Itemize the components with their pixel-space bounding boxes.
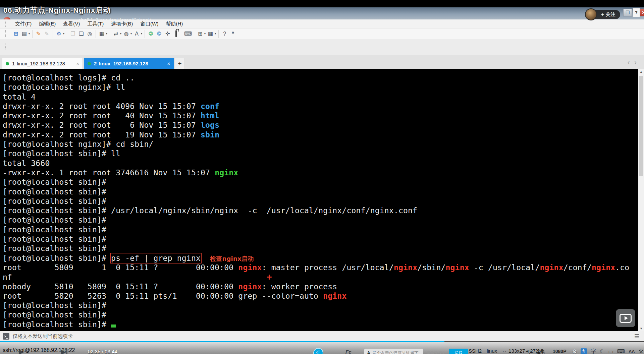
uploader-avatar[interactable] (585, 8, 597, 20)
close-window-button[interactable]: ✕ (640, 9, 644, 16)
scroll-up-icon[interactable]: ▲ (638, 69, 644, 74)
dropdown-arrow-icon[interactable]: ▾ (141, 32, 142, 35)
new-window-icon[interactable]: ⊞ (196, 30, 204, 38)
open-folder-icon[interactable]: ▤ (20, 30, 29, 38)
subtitle-icon[interactable]: 字 (591, 348, 596, 354)
new-tab-button[interactable]: + (175, 58, 185, 69)
menu-item[interactable]: 工具(T) (84, 20, 107, 28)
quality-button[interactable]: 1080P (553, 349, 566, 354)
tab-scroll-right-icon[interactable]: › (634, 58, 637, 66)
transfer-icon[interactable]: ⇄ (112, 30, 120, 38)
keyboard-icon[interactable]: ⌨ (617, 348, 625, 354)
send-text-label: 仅将文本发送到当前选项卡 (12, 333, 73, 340)
tab-scroll-left-icon[interactable]: ‹ (628, 58, 630, 66)
player-tools-wrench-icon[interactable]: ⚒ (639, 348, 643, 354)
fullscreen-icon[interactable]: ✛ (163, 30, 172, 38)
restore-window-button[interactable]: ❐ (623, 9, 632, 16)
font-icon[interactable]: A (132, 30, 141, 38)
web-globe-icon[interactable]: ◍ (122, 30, 130, 38)
tab-close-icon[interactable]: × (165, 61, 170, 66)
lock-icon[interactable] (172, 30, 180, 38)
player-app-badge-icon[interactable]: 五 (581, 348, 587, 354)
night-mode-moon-icon[interactable]: ☾ (600, 348, 604, 354)
terminal-screen[interactable]: [root@localhost logs]# cd ..[root@localh… (0, 69, 644, 331)
danmaku-send-button[interactable]: 发送 (449, 349, 468, 354)
danmaku-style-icon[interactable]: Fc (345, 349, 352, 354)
new-session-icon[interactable]: ⊞ (12, 30, 20, 38)
dropdown-arrow-icon[interactable]: ▾ (29, 32, 30, 35)
play-button[interactable]: ▶ (19, 348, 24, 354)
terminal-line: [root@localhost sbin]# ll (3, 149, 644, 158)
dropdown-arrow-icon[interactable]: ▾ (106, 32, 107, 35)
toolbar-group: ?❝ (219, 30, 239, 38)
danmaku-etiquette-link[interactable]: 弹幕礼仪 > (426, 350, 445, 354)
scroll-down-icon[interactable]: ▼ (638, 326, 644, 331)
next-bar (66, 349, 67, 354)
toolbar-group: ⊞▤▾ (10, 30, 33, 38)
message-bubble-icon[interactable]: ❝ (229, 30, 237, 38)
paste-icon[interactable]: ❏ (77, 30, 86, 38)
compose-blue-icon[interactable]: ❂ (155, 30, 163, 38)
tab-session-1[interactable]: 1linux_192.168.92.128× (2, 58, 83, 69)
numpad-icon[interactable]: ⌨ (184, 30, 192, 38)
terminal-text: drwxr-xr-x. 2 root root 6 Nov 15 15:07 (3, 121, 201, 129)
dropdown-arrow-icon[interactable]: ▾ (63, 32, 64, 35)
find-icon[interactable]: ◎ (86, 30, 94, 38)
session-properties-icon[interactable]: ⚙ (55, 30, 63, 38)
disconnect-pen-icon[interactable]: ✎ (43, 30, 51, 38)
danmaku-font-icon[interactable]: A (367, 350, 370, 354)
terminal-line: [root@localhost sbin]# (3, 177, 644, 187)
tab-number: 2 (94, 61, 97, 66)
tab-close-icon[interactable]: × (74, 61, 79, 66)
terminal-segment-match: nginx (394, 263, 417, 272)
toolbar-grip[interactable] (5, 30, 6, 37)
dropdown-arrow-icon[interactable]: ▾ (204, 32, 206, 35)
menu-item[interactable]: 窗口(W) (137, 20, 162, 28)
dropdown-arrow-icon[interactable]: ▾ (130, 32, 132, 35)
menu-item[interactable]: 选项卡(B) (107, 20, 137, 28)
send-bar-menu-icon[interactable]: ☰ (634, 333, 639, 340)
player-settings-gear-icon[interactable]: ⚙ (572, 348, 577, 354)
dropdown-arrow-icon[interactable]: ▾ (215, 32, 216, 35)
toolbar-group: ❐❏◎ (67, 30, 96, 38)
print-icon[interactable]: ▦ (98, 30, 106, 38)
play-triangle (625, 316, 628, 320)
compose-green-icon[interactable]: ❂ (147, 30, 155, 38)
danmaku-input[interactable]: A 发个友善的弹幕见证当下 (364, 349, 423, 354)
help-icon[interactable]: ? (220, 30, 229, 38)
terminal-scrollbar[interactable]: ▲ ▼ (638, 69, 644, 331)
terminal-text: -rwxr-xr-x. 1 root root 3746616 Nov 15 1… (3, 168, 215, 177)
terminal-line: root 5809 1 0 15:11 ? 00:00:00 nginx: ma… (3, 263, 644, 272)
video-overlay-title: 06.动力节点-Nginx-Nginx启动 (3, 5, 111, 15)
toolbar-group: ⊞▾▦▾ (194, 30, 219, 38)
addressbar-grip[interactable] (5, 44, 6, 50)
help-window-button[interactable]: ? (633, 8, 640, 17)
arrange-layout-icon[interactable]: ▦ (206, 30, 215, 38)
terminal-text: [root@localhost sbin]# (3, 320, 111, 329)
toolbar-group: ⌨ (182, 30, 194, 38)
terminal-segment-dir: sbin (201, 130, 219, 139)
font-size-icon[interactable]: AA (629, 349, 635, 354)
terminal-line: [root@localhost sbin]# (3, 320, 644, 329)
copy-icon[interactable]: ❐ (69, 30, 77, 38)
volume-icon[interactable]: ◄) (525, 349, 531, 354)
menu-item[interactable]: 文件(F) (11, 20, 35, 28)
toolbar: ⊞▤▾✎✎⚙▾❐❏◎▦▾⇄▾◍▾A▾❂❂✛⌨⊞▾▦▾?❝ (0, 28, 644, 39)
terminal-line: [root@localhost sbin]# (3, 215, 644, 225)
menu-item[interactable]: 编辑(E) (35, 20, 59, 28)
terminal-text: total 3660 (3, 159, 50, 168)
menubar-grip[interactable] (5, 21, 6, 27)
menu-item[interactable]: 帮助(H) (162, 20, 186, 28)
next-episode-button[interactable]: ▶ (61, 348, 67, 354)
scrollbar-thumb[interactable] (639, 76, 643, 176)
terminal-text: /conf/ (564, 263, 592, 272)
menu-item[interactable]: 查看(V) (59, 20, 84, 28)
send-text-bar[interactable]: >_ 仅将文本发送到当前选项卡 (0, 331, 644, 341)
dropdown-arrow-icon[interactable]: ▾ (120, 32, 121, 35)
tab-session-2[interactable]: 2linux_192.168.92.128× (84, 58, 174, 69)
web-fullscreen-icon[interactable]: ▭ (608, 348, 613, 354)
connect-pen-icon[interactable]: ✎ (34, 30, 43, 38)
tv-watermark-icon (616, 309, 635, 327)
video-progress-bar[interactable] (0, 341, 644, 342)
episodes-button[interactable]: 选集 (536, 349, 545, 354)
